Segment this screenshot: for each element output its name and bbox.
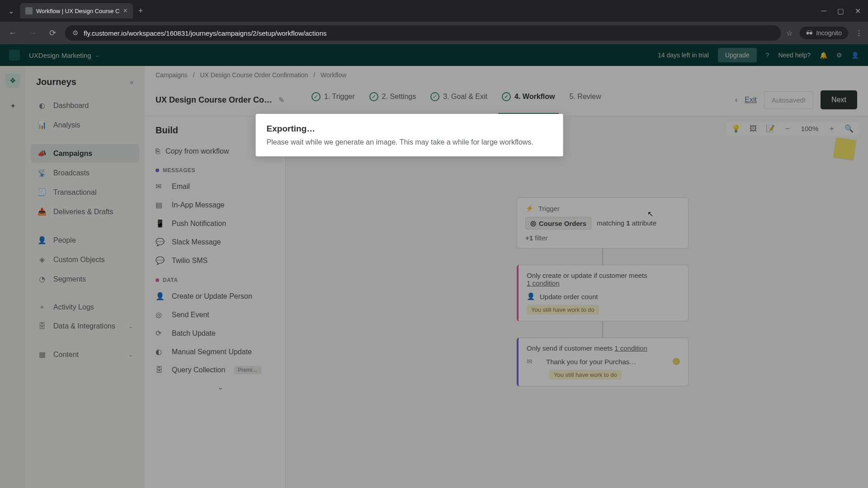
- maximize-icon[interactable]: ▢: [837, 7, 844, 15]
- browser-nav-bar: ← → ⟳ ⚙ fly.customer.io/workspaces/16083…: [0, 22, 868, 44]
- browser-tab-strip: ⌄ Workflow | UX Design Course C × + ─ ▢ …: [0, 0, 868, 22]
- site-info-icon[interactable]: ⚙: [72, 29, 78, 37]
- modal-backdrop[interactable]: [0, 44, 868, 488]
- window-controls: ─ ▢ ✕: [821, 7, 864, 15]
- browser-tab[interactable]: Workflow | UX Design Course C ×: [20, 3, 133, 19]
- incognito-icon: 🕶: [806, 29, 812, 37]
- tab-close-icon[interactable]: ×: [123, 7, 127, 15]
- tab-favicon-icon: [25, 7, 33, 14]
- new-tab-button[interactable]: +: [138, 6, 143, 16]
- back-button[interactable]: ←: [5, 28, 20, 38]
- close-window-icon[interactable]: ✕: [855, 7, 861, 15]
- incognito-badge[interactable]: 🕶 Incognito: [800, 27, 848, 39]
- address-bar[interactable]: ⚙ fly.customer.io/workspaces/160831/jour…: [65, 25, 781, 41]
- bookmark-icon[interactable]: ☆: [786, 29, 793, 38]
- reload-button[interactable]: ⟳: [45, 28, 60, 38]
- tab-search-dropdown[interactable]: ⌄: [4, 4, 18, 18]
- url-text: fly.customer.io/workspaces/160831/journe…: [84, 29, 327, 37]
- modal-title: Exporting…: [267, 124, 552, 134]
- modal-body: Please wait while we generate an image. …: [267, 138, 552, 146]
- minimize-icon[interactable]: ─: [821, 7, 826, 15]
- incognito-label: Incognito: [816, 29, 842, 37]
- mouse-cursor-icon: ↖: [647, 210, 653, 218]
- exporting-modal: Exporting… Please wait while we generate…: [256, 114, 563, 156]
- tab-title: Workflow | UX Design Course C: [36, 8, 119, 14]
- forward-button[interactable]: →: [25, 28, 40, 38]
- browser-menu-icon[interactable]: ⋮: [855, 29, 863, 38]
